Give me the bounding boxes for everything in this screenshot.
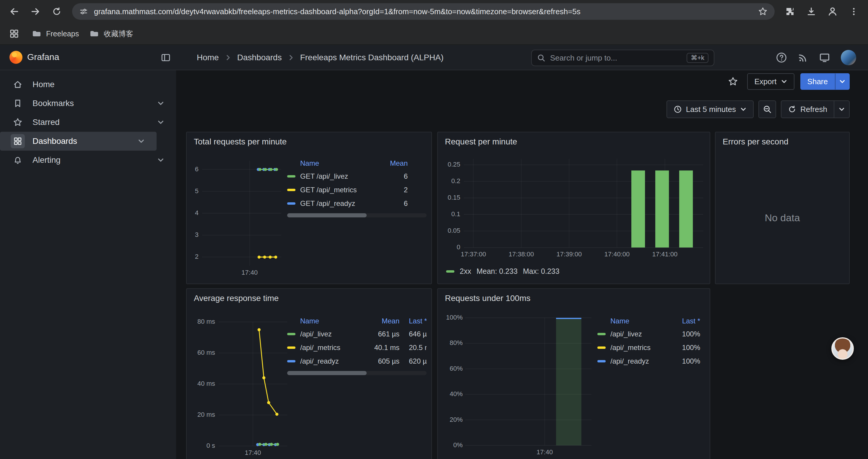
series-value: 100% bbox=[662, 343, 700, 352]
breadcrumb-home[interactable]: Home bbox=[197, 53, 219, 62]
series-name: GET /api/_readyz bbox=[300, 199, 355, 208]
panel-errors-per-second: Errors per second No data bbox=[715, 132, 850, 284]
search-input[interactable] bbox=[550, 54, 682, 63]
legend-column-header[interactable]: Last * bbox=[399, 317, 427, 325]
panel-title[interactable]: Requests under 100ms bbox=[445, 294, 531, 303]
breadcrumb-current: Freeleaps Metrics Dashboard (ALPHA) bbox=[300, 53, 444, 62]
keyboard-shortcut-badge: ⌘+k bbox=[687, 53, 709, 63]
sidebar-toggle-icon[interactable] bbox=[161, 53, 171, 63]
legend-column-header[interactable]: Last * bbox=[662, 317, 700, 325]
series-value: 6 bbox=[372, 199, 408, 208]
share-button[interactable]: Share bbox=[800, 73, 835, 90]
bookmark-folder-blogs[interactable]: 收藏博客 bbox=[90, 29, 133, 39]
sidebar-item-home[interactable]: Home bbox=[0, 75, 176, 94]
panel-title[interactable]: Request per minute bbox=[445, 137, 517, 146]
share-menu-button[interactable] bbox=[835, 73, 850, 90]
reload-icon[interactable] bbox=[49, 3, 65, 20]
search-box[interactable]: ⌘+k bbox=[531, 50, 714, 66]
series-value: 100% bbox=[662, 330, 700, 338]
bookmark-icon bbox=[11, 96, 25, 110]
x-axis-label: 17:40 bbox=[521, 448, 568, 456]
legend-row[interactable]: /api/_metrics100% bbox=[597, 341, 705, 355]
y-axis-label: 0% bbox=[438, 441, 463, 449]
legend-column-header[interactable]: Name bbox=[597, 317, 662, 325]
series-value: 100% bbox=[662, 357, 700, 365]
grafana-logo-icon[interactable] bbox=[9, 51, 23, 64]
help-icon[interactable] bbox=[776, 52, 787, 63]
panel-title[interactable]: Average response time bbox=[194, 294, 279, 303]
legend-row[interactable]: GET /api/_metrics2 bbox=[287, 183, 427, 197]
chevron-right-icon bbox=[288, 54, 294, 61]
sidebar-item-bookmarks[interactable]: Bookmarks bbox=[0, 94, 176, 113]
area-chart[interactable]: 100%80%60%40%20%0%17:40 bbox=[438, 289, 710, 459]
url-bar[interactable]: grafana.mathmast.com/d/deytv4rwavabkb/fr… bbox=[72, 3, 775, 20]
extensions-icon[interactable] bbox=[782, 3, 798, 20]
series-max: Max: 0.233 bbox=[523, 267, 560, 275]
export-button[interactable]: Export bbox=[747, 73, 794, 90]
legend-column-header[interactable]: Name bbox=[287, 317, 357, 325]
y-axis-label: 100% bbox=[438, 314, 463, 321]
url-text: grafana.mathmast.com/d/deytv4rwavabkb/fr… bbox=[94, 7, 752, 16]
y-axis-label: 4 bbox=[187, 209, 198, 217]
site-info-icon[interactable] bbox=[79, 7, 88, 16]
forward-icon[interactable] bbox=[27, 3, 44, 20]
series-name: 2xx bbox=[460, 267, 471, 275]
legend-column-header[interactable]: Mean bbox=[372, 159, 408, 167]
legend-line[interactable]: 2xx Mean: 0.233 Max: 0.233 bbox=[446, 267, 560, 275]
series-swatch bbox=[287, 189, 296, 191]
time-range-picker[interactable]: Last 5 minutes bbox=[666, 100, 754, 118]
sidebar-item-starred[interactable]: Starred bbox=[0, 113, 176, 132]
series-value: 620 µs bbox=[399, 357, 427, 365]
news-rss-icon[interactable] bbox=[798, 52, 808, 63]
legend-row[interactable]: /api/_livez100% bbox=[597, 327, 705, 341]
refresh-interval-button[interactable] bbox=[834, 101, 849, 118]
panel-title[interactable]: Errors per second bbox=[723, 137, 788, 146]
bar-chart[interactable]: 0.250.20.150.10.05017:37:0017:38:0017:39… bbox=[438, 132, 710, 284]
bookmark-label: Freeleaps bbox=[46, 30, 79, 38]
legend-row[interactable]: /api/_readyz100% bbox=[597, 355, 705, 368]
chevron-down-icon[interactable] bbox=[157, 100, 164, 107]
legend-row[interactable]: /api/_readyz605 µs620 µs bbox=[287, 355, 427, 368]
refresh-button[interactable]: Refresh bbox=[781, 101, 834, 118]
series-value: 40.1 ms bbox=[357, 343, 399, 352]
x-axis-label: 17:41:00 bbox=[641, 251, 688, 258]
panel-title[interactable]: Total requests per minute bbox=[194, 137, 286, 146]
downloads-icon[interactable] bbox=[803, 3, 819, 20]
legend-column-header[interactable]: Mean bbox=[357, 317, 399, 325]
back-icon[interactable] bbox=[6, 3, 23, 20]
legend-scrollbar[interactable] bbox=[287, 213, 427, 218]
chevron-down-icon[interactable] bbox=[157, 157, 164, 164]
sidebar-label: Bookmarks bbox=[32, 99, 74, 108]
y-axis-label: 40% bbox=[438, 390, 463, 398]
bookmark-folder-freeleaps[interactable]: Freeleaps bbox=[32, 29, 79, 38]
series-swatch bbox=[287, 360, 296, 362]
sidebar-item-alerting[interactable]: Alerting bbox=[0, 151, 176, 169]
chevron-right-icon bbox=[225, 54, 231, 61]
series-value: 605 µs bbox=[357, 357, 399, 365]
search-icon bbox=[537, 54, 546, 62]
legend-row[interactable]: /api/_metrics40.1 ms20.5 ms bbox=[287, 341, 427, 355]
legend-row[interactable]: GET /api/_livez6 bbox=[287, 169, 427, 183]
legend-table: NameMeanGET /api/_livez6GET /api/_metric… bbox=[287, 157, 427, 218]
kiosk-monitor-icon[interactable] bbox=[819, 52, 830, 63]
zoom-out-button[interactable] bbox=[758, 100, 776, 118]
legend-row[interactable]: /api/_livez661 µs646 µs bbox=[287, 327, 427, 341]
chevron-down-icon[interactable] bbox=[138, 138, 145, 145]
user-avatar[interactable] bbox=[841, 50, 856, 65]
legend-header: NameMean bbox=[287, 157, 427, 169]
breadcrumb-dashboards[interactable]: Dashboards bbox=[237, 53, 282, 62]
assistant-avatar[interactable] bbox=[831, 337, 854, 360]
favorite-star-button[interactable] bbox=[725, 73, 741, 90]
export-label: Export bbox=[754, 77, 776, 86]
y-axis-label: 0 s bbox=[187, 442, 215, 450]
apps-grid-icon[interactable] bbox=[7, 27, 21, 41]
y-axis-label: 80 ms bbox=[187, 318, 215, 326]
legend-scrollbar[interactable] bbox=[287, 371, 427, 375]
bookmark-star-icon[interactable] bbox=[758, 7, 768, 16]
profile-icon[interactable] bbox=[824, 3, 841, 20]
chevron-down-icon[interactable] bbox=[157, 119, 164, 126]
browser-menu-icon[interactable] bbox=[845, 3, 862, 20]
legend-column-header[interactable]: Name bbox=[287, 159, 372, 167]
legend-row[interactable]: GET /api/_readyz6 bbox=[287, 197, 427, 210]
sidebar-item-dashboards[interactable]: Dashboards bbox=[0, 132, 157, 151]
